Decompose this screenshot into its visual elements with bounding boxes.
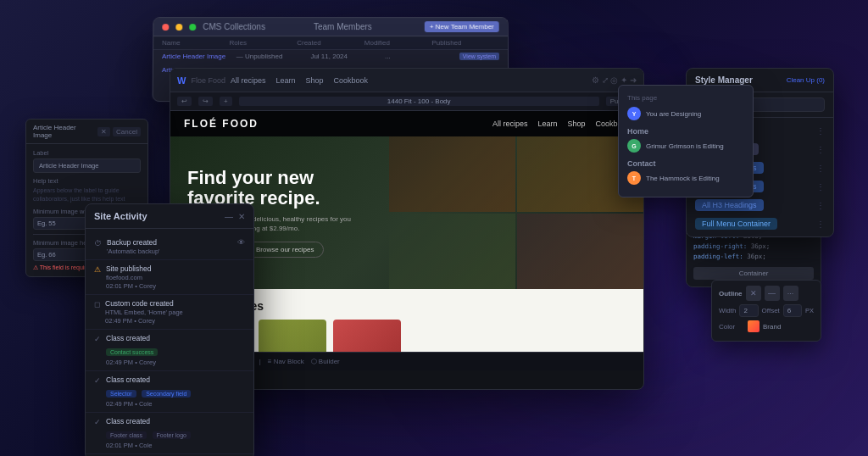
- code-time: 02:49 PM • Corey: [105, 317, 245, 325]
- website-nav-link: Shop: [567, 120, 585, 128]
- activity-item-code: ◻ Custom code created HTML Embed, 'Home'…: [86, 295, 253, 330]
- outline-dash-btn[interactable]: —: [765, 286, 780, 301]
- recipe-card-pizza[interactable]: Pizza: [333, 320, 401, 352]
- outline-more-btn[interactable]: ···: [783, 286, 798, 301]
- tb-undo[interactable]: ↩: [177, 97, 192, 106]
- sb-builder: ⬡ Builder: [311, 358, 340, 365]
- editor-nav-item[interactable]: Learn: [275, 76, 295, 85]
- code-icon: ◻: [94, 300, 100, 309]
- style-name-menu: Full Menu Container: [695, 218, 777, 230]
- cms-row[interactable]: Article Header Image — Unpublished Jul 1…: [153, 50, 508, 64]
- color-name: Brand: [763, 323, 781, 331]
- class3-tag1: Footer class: [106, 431, 147, 439]
- recipe-card-seafood[interactable]: Seafood: [259, 320, 326, 352]
- code-title: Custom code created: [105, 299, 245, 308]
- editor-controls: ⚙ ⤢ ◎ ✦ ➜: [592, 75, 637, 85]
- article-header: Article Header Image ✕ Cancel: [26, 120, 147, 144]
- width-field[interactable]: 2: [739, 304, 758, 317]
- style-cleanup-btn[interactable]: Clean Up (0): [787, 76, 825, 84]
- collab-this-page-label: This page: [627, 94, 744, 102]
- cms-cell-modified: ...: [385, 53, 459, 60]
- publish-time: 02:01 PM • Corey: [106, 282, 245, 290]
- css-val-paddingright: 36px;: [751, 242, 771, 250]
- editor-topbar: W Floe Food All recipes Learn Shop Cookb…: [170, 69, 643, 92]
- activity-close-icon[interactable]: ✕: [238, 212, 245, 221]
- cms-new-btn[interactable]: + New Team Member: [425, 21, 499, 32]
- style-dots-icon[interactable]: ⋮: [816, 126, 825, 136]
- cms-col-published: Published: [431, 39, 499, 47]
- activity-item-class1: ✓ Class created Contact success 02:49 PM…: [86, 330, 253, 371]
- cms-panel-title: CMS Collections: [203, 22, 307, 31]
- style-item-menu[interactable]: Full Menu Container ⋮: [687, 214, 833, 233]
- cms-header: CMS Collections Team Members + New Team …: [153, 18, 508, 36]
- website-nav-link: All recipes: [492, 120, 528, 128]
- cms-tab-label[interactable]: Team Members: [314, 22, 418, 31]
- cms-status-badge: View system: [459, 53, 499, 60]
- website-nav-link: Learn: [537, 120, 557, 128]
- publish-title: Site published: [106, 264, 245, 273]
- activity-list: ⏱ Backup created 'Automatic backup' 👁 ⚠ …: [86, 229, 253, 456]
- activity-item-class2: ✓ Class created Selector Secondary field…: [86, 371, 253, 413]
- publish-icon: ⚠: [94, 265, 101, 274]
- collab-you-avatar: Y: [627, 107, 641, 120]
- class3-tag2: Footer logo: [153, 431, 191, 439]
- collab-you-name: You are Designing: [646, 110, 701, 118]
- editor-logo: W: [177, 75, 186, 86]
- collab-user1-name: Grimur Grimson is Editing: [646, 142, 724, 150]
- field1-label: Label: [33, 149, 141, 157]
- css-val-paddingleft: 36px;: [747, 253, 766, 260]
- color-label: Color: [719, 323, 744, 331]
- class1-tag: Contact success: [106, 348, 158, 356]
- editor-nav-item[interactable]: All recipes: [231, 76, 266, 85]
- field1-input[interactable]: Article Header Image: [33, 158, 141, 173]
- editor-nav-item[interactable]: Cookbook: [334, 76, 369, 85]
- activity-minimize-icon[interactable]: —: [225, 212, 233, 221]
- collab-user2-avatar: T: [627, 171, 641, 185]
- editor-toolbar: ↩ ↪ + 1440 Fit - 100 - Body Publish: [170, 92, 643, 111]
- color-swatch[interactable]: [748, 320, 760, 332]
- editor-nav-item[interactable]: Shop: [305, 76, 323, 85]
- food-image-1: [389, 136, 515, 212]
- cms-table-header: Name Roles Created Modified Published: [153, 36, 508, 50]
- activity-title: Site Activity: [94, 211, 225, 221]
- cms-cell-role: — Unpublished: [236, 53, 311, 60]
- css-container-label: Container: [693, 267, 814, 280]
- style-dots-icon[interactable]: ⋮: [816, 182, 825, 192]
- class3-time: 02:01 PM • Cole: [106, 442, 245, 449]
- website-navbar: FLOÉ FOOD All recipes Learn Shop Cookboo…: [170, 111, 643, 136]
- window-close-btn[interactable]: [162, 24, 169, 31]
- class2-tag1: Selector: [106, 390, 136, 398]
- style-dots-icon[interactable]: ⋮: [816, 145, 825, 154]
- style-dots-icon[interactable]: ⋮: [816, 220, 825, 229]
- window-minimize-btn[interactable]: [175, 24, 182, 31]
- offset-field[interactable]: 6: [783, 304, 802, 317]
- class2-tag2: Secondary field: [142, 390, 191, 398]
- tb-redo[interactable]: ↪: [198, 97, 213, 106]
- tb-add[interactable]: +: [220, 97, 232, 106]
- offset-label: Offset: [762, 307, 780, 314]
- article-close-btn[interactable]: ✕: [97, 127, 110, 136]
- field2-label: Help text: [33, 177, 141, 185]
- collab-home-section: Home: [627, 127, 744, 136]
- hero-browse-btn[interactable]: Browse our recipes: [247, 242, 323, 258]
- style-dots-icon[interactable]: ⋮: [816, 201, 825, 210]
- class1-time: 02:49 PM • Corey: [106, 359, 245, 366]
- activity-item-backup: ⏱ Backup created 'Automatic backup' 👁: [86, 234, 253, 260]
- article-cancel-btn[interactable]: Cancel: [113, 127, 141, 136]
- tb-url-bar[interactable]: 1440 Fit - 100 - Body: [239, 97, 599, 106]
- cms-col-created: Created: [297, 39, 364, 47]
- style-dots-icon[interactable]: ⋮: [816, 164, 825, 173]
- border-panel: Outline ✕ — ··· Width 2 Offset 6 PX Colo…: [711, 280, 821, 342]
- backup-eye-icon[interactable]: 👁: [237, 238, 245, 247]
- window-maximize-btn[interactable]: [189, 24, 196, 31]
- backup-title: Backup created: [107, 238, 232, 247]
- class2-title: Class created: [106, 375, 245, 384]
- class-icon: ✓: [94, 335, 101, 343]
- style-item-h3[interactable]: All H3 Headings ⋮: [687, 196, 833, 214]
- article-panel-title: Article Header Image: [33, 124, 94, 139]
- outline-close-btn[interactable]: ✕: [746, 286, 761, 301]
- outline-label: Outline: [719, 290, 743, 298]
- class2-time: 02:49 PM • Cole: [106, 400, 245, 408]
- cms-col-roles: Roles: [230, 39, 298, 47]
- width-label: Width: [719, 307, 736, 314]
